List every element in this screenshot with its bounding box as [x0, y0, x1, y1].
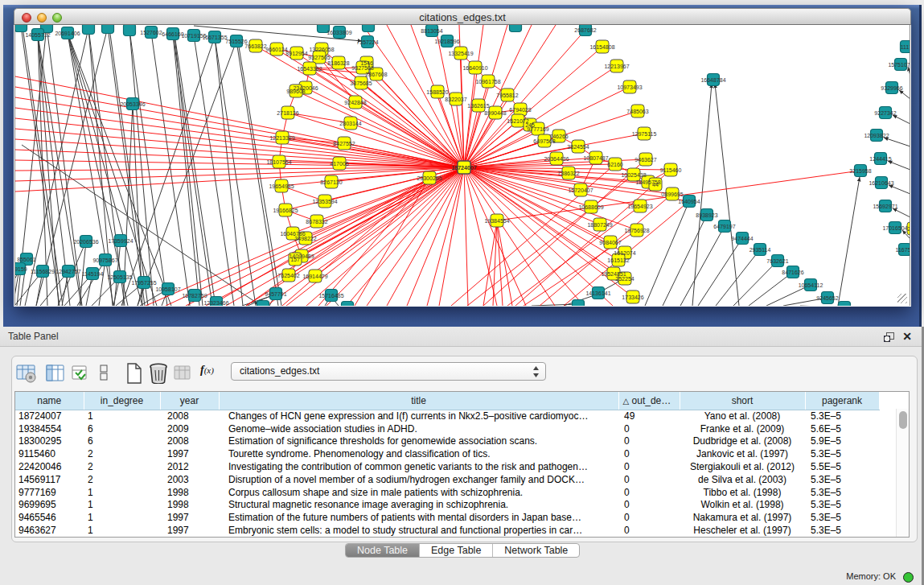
svg-text:14055712: 14055712	[25, 32, 50, 38]
svg-text:8678332: 8678332	[306, 219, 327, 225]
svg-text:19654923: 19654923	[627, 204, 652, 209]
svg-text:17016504: 17016504	[882, 225, 907, 231]
svg-text:1640954: 1640954	[678, 199, 700, 204]
svg-text:6479197: 6479197	[713, 224, 735, 229]
svg-text:7386322: 7386322	[557, 171, 579, 176]
svg-text:7625402: 7625402	[277, 273, 299, 278]
svg-text:44: 44	[652, 182, 659, 187]
svg-text:16154808: 16154808	[589, 44, 614, 50]
svg-text:18107554: 18107554	[266, 159, 291, 165]
svg-text:13226058: 13226058	[309, 47, 334, 52]
svg-text:39159: 39159	[15, 266, 27, 272]
svg-text:8990448: 8990448	[484, 110, 506, 116]
svg-text:29300295: 29300295	[417, 175, 441, 181]
svg-text:8813054: 8813054	[421, 28, 442, 34]
svg-text:19654985: 19654985	[269, 183, 294, 189]
svg-text:19384554: 19384554	[484, 218, 509, 224]
svg-text:15720407: 15720407	[568, 187, 593, 193]
svg-text:7955812: 7955812	[496, 93, 518, 98]
svg-text:3498222: 3498222	[294, 236, 316, 241]
svg-text:13325419: 13325419	[448, 51, 473, 56]
svg-text:20206536: 20206536	[73, 239, 98, 245]
svg-text:8427552: 8427552	[333, 141, 355, 146]
svg-text:15716485: 15716485	[318, 293, 343, 299]
svg-text:2718126: 2718126	[277, 110, 298, 116]
svg-text:12353594: 12353594	[312, 199, 337, 204]
svg-text:11156829: 11156829	[31, 269, 55, 274]
svg-text:2935114: 2935114	[749, 247, 771, 253]
svg-text:3875685: 3875685	[350, 80, 372, 86]
svg-text:17957255: 17957255	[131, 280, 156, 286]
svg-text:16914479: 16914479	[302, 274, 327, 279]
svg-text:989608: 989608	[286, 89, 305, 94]
svg-text:9457791: 9457791	[265, 291, 286, 297]
svg-text:1117: 1117	[901, 44, 910, 50]
svg-text:9327505: 9327505	[308, 55, 330, 60]
svg-text:855061: 855061	[17, 257, 35, 262]
svg-text:417006: 417006	[330, 161, 348, 167]
svg-text:12975115: 12975115	[632, 131, 657, 137]
svg-text:1527602: 1527602	[140, 30, 162, 35]
svg-text:8471626: 8471626	[782, 270, 803, 275]
svg-text:19166825: 19166825	[273, 208, 298, 213]
svg-text:90975867: 90975867	[92, 257, 117, 263]
svg-text:18724007: 18724007	[451, 165, 476, 171]
svg-text:6497568: 6497568	[533, 138, 555, 144]
svg-text:15692971: 15692971	[873, 204, 897, 209]
svg-text:9227342: 9227342	[874, 110, 896, 116]
svg-text:10807487: 10807487	[583, 155, 608, 161]
svg-text:12505135: 12505135	[107, 274, 132, 280]
svg-text:16543382: 16543382	[297, 66, 322, 72]
svg-text:2774: 2774	[907, 226, 910, 232]
svg-text:16782759: 16782759	[182, 293, 207, 299]
svg-text:15751074: 15751074	[888, 62, 910, 68]
svg-text:252254: 252254	[615, 276, 634, 282]
svg-text:16210643: 16210643	[869, 180, 893, 186]
svg-text:116753: 116753	[896, 247, 910, 253]
svg-text:14136141: 14136141	[585, 290, 610, 296]
svg-text:8186328: 8186328	[327, 60, 349, 66]
svg-text:7663822: 7663822	[244, 43, 266, 49]
svg-text:9329966: 9329966	[881, 85, 902, 91]
svg-text:8938923: 8938923	[696, 212, 717, 218]
svg-text:0899695: 0899695	[661, 192, 683, 197]
svg-text:19756928: 19756928	[624, 228, 649, 233]
svg-text:6794028: 6794028	[509, 107, 531, 113]
svg-text:9777169: 9777169	[527, 126, 548, 132]
svg-text:12213389: 12213389	[269, 135, 294, 141]
svg-text:1588520: 1588520	[426, 89, 448, 95]
svg-text:9474444: 9474444	[731, 236, 753, 241]
svg-text:12093822: 12093822	[864, 133, 889, 138]
svg-text:2867608: 2867608	[365, 72, 387, 77]
svg-text:3824554: 3824554	[567, 144, 589, 150]
svg-text:20691406: 20691406	[55, 31, 80, 36]
svg-text:16648784: 16648784	[700, 77, 725, 83]
svg-text:16033809: 16033809	[326, 30, 351, 35]
svg-text:9084067: 9084067	[599, 240, 621, 245]
svg-text:8267130: 8267130	[320, 179, 342, 185]
svg-text:7485063: 7485063	[626, 109, 648, 114]
svg-text:1615132: 1615132	[607, 257, 629, 263]
svg-text:1362615: 1362615	[467, 103, 489, 109]
svg-text:2687682: 2687682	[574, 27, 596, 33]
svg-text:746266: 746266	[549, 134, 568, 139]
svg-text:8322037: 8322037	[445, 97, 466, 102]
svg-text:20053346: 20053346	[120, 101, 145, 107]
svg-text:10973493: 10973493	[617, 84, 642, 90]
svg-text:12213967: 12213967	[604, 64, 629, 69]
svg-text:10958107: 10958107	[155, 286, 180, 292]
svg-text:10025438: 10025438	[621, 172, 646, 178]
svg-text:157: 157	[290, 257, 300, 262]
svg-text:10961758: 10961758	[475, 79, 500, 84]
svg-text:9115460: 9115460	[660, 167, 682, 173]
svg-text:12323466: 12323466	[203, 300, 228, 306]
svg-text:9660124: 9660124	[265, 47, 287, 52]
svg-text:62160: 62160	[607, 162, 623, 167]
svg-text:16640910: 16640910	[462, 65, 487, 71]
svg-text:9245652: 9245652	[816, 295, 838, 301]
svg-text:3215958: 3215958	[849, 168, 871, 174]
svg-text:9242848: 9242848	[344, 100, 366, 105]
svg-text:8912954: 8912954	[285, 51, 307, 56]
svg-text:17359924: 17359924	[108, 238, 133, 244]
svg-text:16671355: 16671355	[202, 35, 227, 40]
